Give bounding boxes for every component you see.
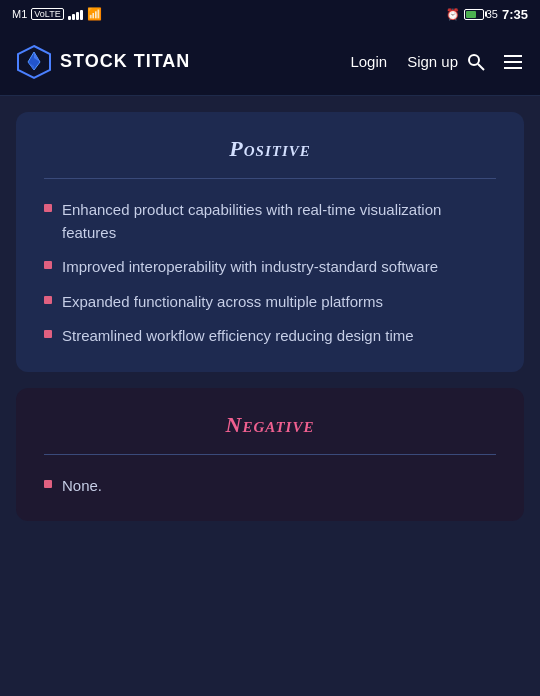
- bullet-marker: [44, 261, 52, 269]
- negative-title: Negative: [44, 412, 496, 438]
- logo-icon: [16, 44, 52, 80]
- wifi-icon: 📶: [87, 7, 102, 21]
- status-right: ⏰ 35 7:35: [446, 7, 528, 22]
- alarm-icon: ⏰: [446, 8, 460, 21]
- list-item: Enhanced product capabilities with real-…: [44, 199, 496, 244]
- hamburger-icon: [502, 51, 524, 73]
- clock: 7:35: [502, 7, 528, 22]
- nav-links: Login Sign up: [350, 53, 458, 70]
- bullet-marker: [44, 330, 52, 338]
- battery-percent: 35: [486, 8, 498, 20]
- battery-indicator: 35: [464, 8, 498, 20]
- carrier-label: M1: [12, 8, 27, 20]
- nav-icons: [466, 51, 524, 73]
- logo-container: STOCK TITAN: [16, 44, 350, 80]
- search-icon: [466, 52, 486, 72]
- positive-divider: [44, 178, 496, 179]
- search-button[interactable]: [466, 52, 486, 72]
- svg-line-2: [478, 64, 484, 70]
- positive-list: Enhanced product capabilities with real-…: [44, 199, 496, 348]
- logo-text: STOCK TITAN: [60, 51, 190, 72]
- list-item: None.: [44, 475, 496, 498]
- positive-title: Positive: [44, 136, 496, 162]
- bullet-marker: [44, 296, 52, 304]
- negative-divider: [44, 454, 496, 455]
- bullet-marker: [44, 204, 52, 212]
- navbar: STOCK TITAN Login Sign up: [0, 28, 540, 96]
- signal-icon: [68, 8, 83, 20]
- status-bar: M1 VoLTE 📶 ⏰ 35 7:35: [0, 0, 540, 28]
- list-item: Improved interoperability with industry-…: [44, 256, 496, 279]
- main-content: Positive Enhanced product capabilities w…: [0, 96, 540, 696]
- list-item: Expanded functionality across multiple p…: [44, 291, 496, 314]
- signup-link[interactable]: Sign up: [407, 53, 458, 70]
- svg-point-1: [469, 55, 479, 65]
- status-left: M1 VoLTE 📶: [12, 7, 102, 21]
- login-link[interactable]: Login: [350, 53, 387, 70]
- menu-button[interactable]: [502, 51, 524, 73]
- volte-badge: VoLTE: [31, 8, 63, 20]
- list-item: Streamlined workflow efficiency reducing…: [44, 325, 496, 348]
- negative-card: Negative None.: [16, 388, 524, 522]
- negative-list: None.: [44, 475, 496, 498]
- bullet-marker: [44, 480, 52, 488]
- positive-card: Positive Enhanced product capabilities w…: [16, 112, 524, 372]
